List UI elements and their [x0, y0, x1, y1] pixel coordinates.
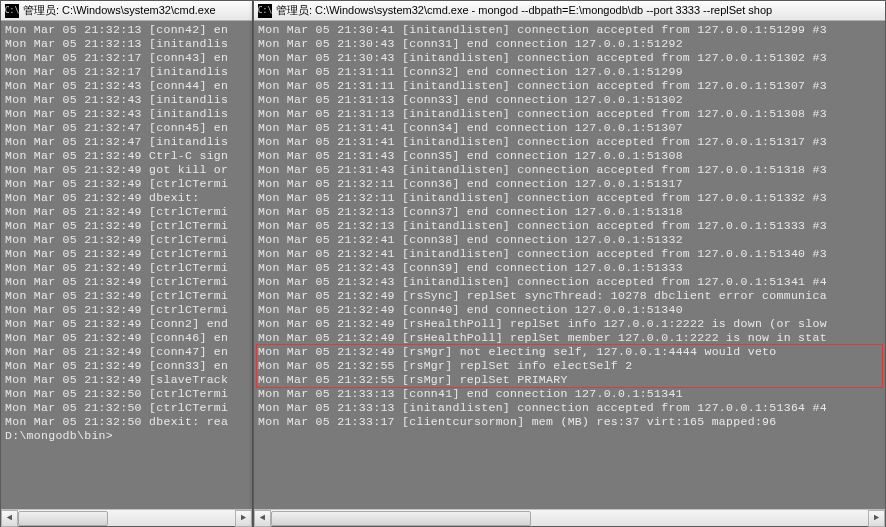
log-line: Mon Mar 05 21:32:49 [conn47] en — [5, 345, 248, 359]
log-line: Mon Mar 05 21:31:43 [conn35] end connect… — [258, 149, 881, 163]
titlebar-left[interactable]: C:\ 管理员: C:\Windows\system32\cmd.exe — [1, 1, 252, 21]
scroll-left-btn[interactable]: ◄ — [1, 510, 18, 527]
scroll-left-btn[interactable]: ◄ — [254, 510, 271, 527]
log-line: Mon Mar 05 21:32:47 [initandlis — [5, 135, 248, 149]
scroll-track-right[interactable] — [271, 510, 868, 527]
log-line: Mon Mar 05 21:32:49 [ctrlCTermi — [5, 261, 248, 275]
log-line: Mon Mar 05 21:31:11 [conn32] end connect… — [258, 65, 881, 79]
log-line: D:\mongodb\bin> — [5, 429, 248, 443]
log-line: Mon Mar 05 21:32:43 [conn39] end connect… — [258, 261, 881, 275]
log-line: Mon Mar 05 21:32:43 [conn44] en — [5, 79, 248, 93]
log-line: Mon Mar 05 21:32:43 [initandlisten] conn… — [258, 275, 881, 289]
log-line: Mon Mar 05 21:32:41 [conn38] end connect… — [258, 233, 881, 247]
log-line: Mon Mar 05 21:32:50 [ctrlCTermi — [5, 401, 248, 415]
log-line: Mon Mar 05 21:30:43 [initandlisten] conn… — [258, 51, 881, 65]
scrollbar-left: ◄ ► — [1, 509, 252, 526]
log-line: Mon Mar 05 21:31:13 [initandlisten] conn… — [258, 107, 881, 121]
log-line: Mon Mar 05 21:30:43 [conn31] end connect… — [258, 37, 881, 51]
log-line: Mon Mar 05 21:32:17 [conn43] en — [5, 51, 248, 65]
log-line: Mon Mar 05 21:32:49 [ctrlCTermi — [5, 233, 248, 247]
log-line: Mon Mar 05 21:32:49 [rsHealthPoll] replS… — [258, 331, 881, 345]
scroll-thumb-right[interactable] — [271, 511, 531, 526]
log-line: Mon Mar 05 21:32:50 dbexit: rea — [5, 415, 248, 429]
log-line: Mon Mar 05 21:32:49 [ctrlCTermi — [5, 289, 248, 303]
scrollbar-right: ◄ ► — [254, 509, 885, 526]
log-line: Mon Mar 05 21:32:49 [rsMgr] not electing… — [258, 345, 881, 359]
scroll-right-btn[interactable]: ► — [868, 510, 885, 527]
log-line: Mon Mar 05 21:32:13 [conn37] end connect… — [258, 205, 881, 219]
log-line: Mon Mar 05 21:32:49 Ctrl-C sign — [5, 149, 248, 163]
log-line: Mon Mar 05 21:32:49 [conn33] en — [5, 359, 248, 373]
log-line: Mon Mar 05 21:32:49 [ctrlCTermi — [5, 275, 248, 289]
log-line: Mon Mar 05 21:31:43 [initandlisten] conn… — [258, 163, 881, 177]
log-line: Mon Mar 05 21:32:55 [rsMgr] replSet info… — [258, 359, 881, 373]
log-line: Mon Mar 05 21:32:49 [rsSync] replSet syn… — [258, 289, 881, 303]
log-line: Mon Mar 05 21:32:49 [conn40] end connect… — [258, 303, 881, 317]
log-line: Mon Mar 05 21:33:13 [initandlisten] conn… — [258, 401, 881, 415]
log-line: Mon Mar 05 21:32:49 [rsHealthPoll] replS… — [258, 317, 881, 331]
log-line: Mon Mar 05 21:31:13 [conn33] end connect… — [258, 93, 881, 107]
titlebar-right[interactable]: C:\ 管理员: C:\Windows\system32\cmd.exe - m… — [254, 1, 885, 21]
log-line: Mon Mar 05 21:32:49 [ctrlCTermi — [5, 177, 248, 191]
window-title-right: 管理员: C:\Windows\system32\cmd.exe - mongo… — [276, 3, 772, 18]
log-line: Mon Mar 05 21:32:11 [conn36] end connect… — [258, 177, 881, 191]
log-line: Mon Mar 05 21:32:49 got kill or — [5, 163, 248, 177]
log-line: Mon Mar 05 21:33:17 [clientcursormon] me… — [258, 415, 881, 429]
scroll-thumb-left[interactable] — [18, 511, 108, 526]
log-line: Mon Mar 05 21:32:55 [rsMgr] replSet PRIM… — [258, 373, 881, 387]
terminal-left[interactable]: Mon Mar 05 21:32:13 [conn42] enMon Mar 0… — [1, 21, 252, 509]
cmd-icon: C:\ — [5, 4, 19, 18]
log-line: Mon Mar 05 21:32:49 [ctrlCTermi — [5, 219, 248, 233]
log-line: Mon Mar 05 21:32:13 [initandlis — [5, 37, 248, 51]
log-line: Mon Mar 05 21:32:49 [ctrlCTermi — [5, 205, 248, 219]
log-line: Mon Mar 05 21:32:11 [initandlisten] conn… — [258, 191, 881, 205]
log-line: Mon Mar 05 21:32:43 [initandlis — [5, 107, 248, 121]
log-line: Mon Mar 05 21:32:49 [ctrlCTermi — [5, 303, 248, 317]
log-line: Mon Mar 05 21:32:49 [conn46] en — [5, 331, 248, 345]
log-line: Mon Mar 05 21:32:43 [initandlis — [5, 93, 248, 107]
log-line: Mon Mar 05 21:32:17 [initandlis — [5, 65, 248, 79]
log-line: Mon Mar 05 21:32:13 [conn42] en — [5, 23, 248, 37]
log-line: Mon Mar 05 21:30:41 [initandlisten] conn… — [258, 23, 881, 37]
log-line: Mon Mar 05 21:31:41 [conn34] end connect… — [258, 121, 881, 135]
log-line: Mon Mar 05 21:31:11 [initandlisten] conn… — [258, 79, 881, 93]
log-line: Mon Mar 05 21:33:13 [conn41] end connect… — [258, 387, 881, 401]
log-line: Mon Mar 05 21:31:41 [initandlisten] conn… — [258, 135, 881, 149]
log-line: Mon Mar 05 21:32:47 [conn45] en — [5, 121, 248, 135]
cmd-window-left: C:\ 管理员: C:\Windows\system32\cmd.exe Mon… — [0, 0, 253, 527]
log-line: Mon Mar 05 21:32:49 [conn2] end — [5, 317, 248, 331]
cmd-window-right: C:\ 管理员: C:\Windows\system32\cmd.exe - m… — [253, 0, 886, 527]
window-title-left: 管理员: C:\Windows\system32\cmd.exe — [23, 3, 216, 18]
scroll-right-btn[interactable]: ► — [235, 510, 252, 527]
log-line: Mon Mar 05 21:32:49 [ctrlCTermi — [5, 247, 248, 261]
log-line: Mon Mar 05 21:32:50 [ctrlCTermi — [5, 387, 248, 401]
log-line: Mon Mar 05 21:32:41 [initandlisten] conn… — [258, 247, 881, 261]
terminal-right[interactable]: Mon Mar 05 21:30:41 [initandlisten] conn… — [254, 21, 885, 509]
log-line: Mon Mar 05 21:32:13 [initandlisten] conn… — [258, 219, 881, 233]
scroll-track-left[interactable] — [18, 510, 235, 527]
log-line: Mon Mar 05 21:32:49 dbexit: — [5, 191, 248, 205]
cmd-icon: C:\ — [258, 4, 272, 18]
log-line: Mon Mar 05 21:32:49 [slaveTrack — [5, 373, 248, 387]
